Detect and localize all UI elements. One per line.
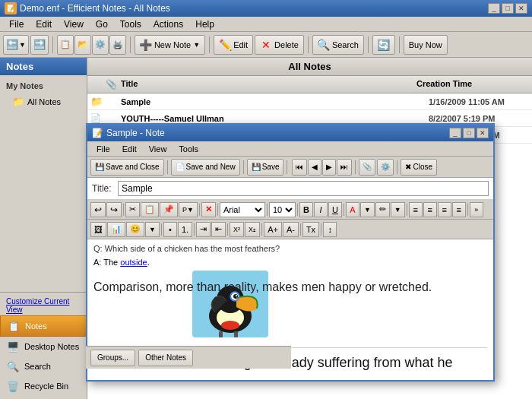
align-center-btn[interactable]: ≡ [423, 202, 437, 217]
col-title[interactable]: Title [118, 78, 413, 91]
customize-view-link[interactable]: Customize Current View [0, 296, 87, 315]
save-button[interactable]: 💾 Save [247, 159, 284, 176]
italic-btn[interactable]: I [314, 202, 328, 217]
new-note-button[interactable]: ➕ New Note ▼ [135, 35, 205, 55]
bullet-list-btn[interactable]: • [163, 222, 177, 237]
font-family-select[interactable]: Arial [220, 202, 265, 217]
save-close-icon: 💾 [95, 163, 104, 171]
nav-notes[interactable]: 📋 Notes [0, 315, 87, 337]
menu-edit[interactable]: Edit [30, 17, 58, 31]
redo-btn[interactable]: ↪ [106, 202, 122, 217]
tb-icon2[interactable]: 📂 [74, 35, 91, 55]
highlight-dropdown[interactable]: ▼ [391, 202, 405, 217]
sidebar: Notes My Notes 📁 All Notes Customize Cur… [0, 58, 87, 399]
fmt-sep-3 [217, 204, 218, 216]
font-size-down-btn[interactable]: A- [283, 222, 299, 237]
paste-special-btn[interactable]: P▼ [179, 202, 198, 217]
save-close-button[interactable]: 💾 Save and Close [90, 159, 164, 176]
refresh-button[interactable]: 🔄 [372, 35, 395, 55]
more-btn[interactable]: » [470, 202, 483, 217]
options-button[interactable]: ⚙️ [377, 159, 394, 176]
subscript-btn[interactable]: X₂ [245, 222, 260, 237]
note-menu-tools[interactable]: Tools [173, 143, 204, 155]
attach-button[interactable]: 📎 [359, 159, 375, 176]
justify-btn[interactable]: ≡ [452, 202, 466, 217]
note-toolbar: 💾 Save and Close 📄 Save and New 💾 Save ⏮… [87, 157, 493, 178]
tb-icon4[interactable]: 🖨️ [109, 35, 126, 55]
fmt-sep2-3 [227, 223, 228, 236]
font-size-up-btn[interactable]: A+ [264, 222, 282, 237]
line-spacing-btn[interactable]: ↕ [323, 222, 337, 237]
menu-actions[interactable]: Actions [147, 17, 189, 31]
toolbar-forward-btn[interactable]: 🔜 [30, 35, 49, 55]
menu-file[interactable]: File [3, 17, 30, 31]
toolbar-icon-group[interactable]: 🔙 ▼ [3, 35, 29, 55]
delete-button[interactable]: ✕ Delete [255, 35, 304, 55]
cut-btn[interactable]: ✂ [125, 202, 140, 217]
nav-next-btn[interactable]: ▶ [322, 159, 336, 176]
row-title-0: Sample [118, 96, 426, 108]
note-menu-view[interactable]: View [143, 143, 173, 155]
nav-first-btn[interactable]: ⏮ [292, 159, 307, 176]
new-note-dropdown-arrow[interactable]: ▼ [193, 41, 200, 49]
main-toolbar: 🔙 ▼ 🔜 📋 📂 ⚙️ 🖨️ ➕ New Note ▼ ✏️ Edit ✕ D… [0, 32, 532, 58]
edit-button[interactable]: ✏️ Edit [214, 35, 253, 55]
search-button[interactable]: 🔍 Search [312, 35, 364, 55]
buy-now-button[interactable]: Buy Now [404, 35, 448, 55]
indent-less-btn[interactable]: ⇤ [211, 222, 226, 237]
note-minimize-button[interactable]: _ [449, 128, 461, 138]
menu-help[interactable]: Help [189, 17, 220, 31]
align-left-btn[interactable]: ≡ [409, 202, 423, 217]
note-menu-file[interactable]: File [90, 143, 116, 155]
sidebar-item-all-notes[interactable]: 📁 All Notes [0, 93, 87, 109]
menu-go[interactable]: Go [90, 17, 114, 31]
clear-format-btn[interactable]: Tx [302, 222, 319, 237]
doc-icon: 📄 [90, 113, 101, 122]
minimize-button[interactable]: _ [488, 3, 500, 14]
indent-more-btn[interactable]: ⇥ [196, 222, 211, 237]
toolbar-sep-2 [130, 36, 131, 53]
clear-btn[interactable]: ✕ [201, 202, 216, 217]
insert-table-btn[interactable]: 📊 [107, 222, 125, 237]
paste-btn[interactable]: 📌 [160, 202, 178, 217]
note-close-button[interactable]: ✕ [477, 128, 489, 138]
numbered-list-btn[interactable]: 1. [178, 222, 192, 237]
nav-prev-btn[interactable]: ◀ [308, 159, 321, 176]
note-maximize-button[interactable]: □ [463, 128, 475, 138]
col-creation[interactable]: Creation Time [413, 78, 520, 91]
nav-search[interactable]: 🔍 Search [0, 356, 87, 376]
maximize-button[interactable]: □ [502, 3, 514, 14]
nav-desktop-notes[interactable]: 🖥️ Desktop Notes [0, 337, 87, 356]
note-title-input[interactable] [118, 181, 489, 196]
font-color-btn[interactable]: A [346, 202, 359, 217]
note-menu-edit[interactable]: Edit [116, 143, 143, 155]
menu-view[interactable]: View [58, 17, 90, 31]
smiley-dropdown[interactable]: ▼ [145, 222, 160, 237]
fmt-sep2-4 [261, 223, 262, 236]
table-row[interactable]: 📁 Sample 1/16/2009 11:05 AM [87, 93, 532, 110]
copy-btn[interactable]: 📋 [141, 202, 159, 217]
nav-recycle-bin[interactable]: 🗑️ Recycle Bin [0, 376, 87, 396]
undo-btn[interactable]: ↩ [90, 202, 106, 217]
font-size-select[interactable]: 10 [269, 202, 296, 217]
smiley-btn[interactable]: 😊 [126, 222, 144, 237]
tb-icon1[interactable]: 📋 [57, 35, 74, 55]
font-color-dropdown[interactable]: ▼ [360, 202, 375, 217]
bold-btn[interactable]: B [299, 202, 313, 217]
groups-button[interactable]: Groups... [90, 350, 135, 366]
insert-img-btn[interactable]: 🖼 [90, 222, 106, 237]
align-right-btn[interactable]: ≡ [438, 202, 451, 217]
close-button[interactable]: ✕ [515, 3, 527, 14]
save-new-button[interactable]: 📄 Save and New [171, 159, 240, 176]
note-answer-link[interactable]: outside [120, 258, 147, 267]
note-close-icon: ✖ [405, 163, 411, 171]
other-notes-button[interactable]: Other Notes [138, 350, 193, 366]
highlight-btn[interactable]: ✏ [375, 202, 390, 217]
underline-btn[interactable]: U [328, 202, 342, 217]
note-close-btn[interactable]: ✖ Close [401, 159, 437, 176]
superscript-btn[interactable]: X² [230, 222, 244, 237]
tb-icon3[interactable]: ⚙️ [92, 35, 109, 55]
nav-last-btn[interactable]: ⏭ [337, 159, 352, 176]
menu-tools[interactable]: Tools [114, 17, 147, 31]
note-window-title: Sample - Note [106, 128, 165, 138]
